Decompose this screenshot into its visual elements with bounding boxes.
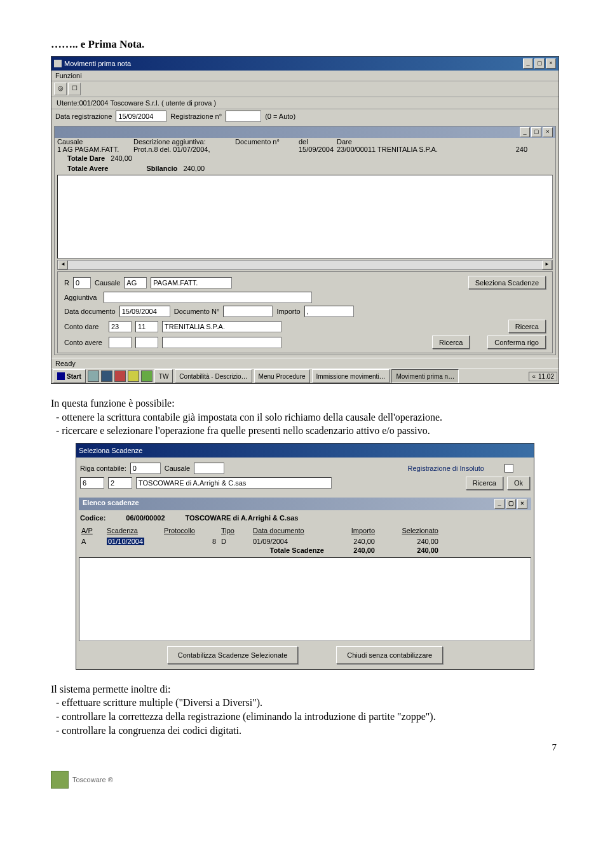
conto-avere-label: Conto avere bbox=[64, 339, 105, 346]
hdr-scadenza: Scadenza bbox=[104, 526, 161, 537]
totale-importo: 240,00 bbox=[327, 546, 377, 555]
tot-avere-label: Totale Avere bbox=[67, 165, 108, 172]
col-causale: Causale bbox=[57, 138, 133, 146]
inner-min-icon[interactable]: _ bbox=[520, 127, 530, 137]
sbilancio-val: 240,00 bbox=[183, 165, 205, 172]
docn-label: Documento N° bbox=[174, 308, 220, 315]
quicklaunch-icon-1[interactable] bbox=[88, 370, 99, 382]
scroll-left-icon[interactable]: ◄ bbox=[58, 261, 68, 269]
row-scadenza[interactable]: 01/10/2004 bbox=[104, 537, 161, 546]
tot-dare-val: 240,00 bbox=[111, 154, 132, 162]
menubar[interactable]: Funzioni bbox=[51, 71, 559, 81]
task-menu-procedure[interactable]: Menu Procedure bbox=[254, 369, 310, 383]
app-icon bbox=[54, 60, 62, 67]
conferma-rigo-button[interactable]: Conferma rigo bbox=[487, 336, 546, 349]
toolbar-icon-2[interactable]: ☐ bbox=[68, 83, 81, 95]
col-doc-n: Documento n° bbox=[235, 138, 299, 146]
importo-label: Importo bbox=[276, 308, 300, 315]
start-button[interactable]: Start bbox=[53, 369, 86, 383]
datadoc-input[interactable]: 15/09/2004 bbox=[119, 306, 170, 317]
taskbar: Start TW Contabilità - Descrizio… Menu P… bbox=[51, 369, 559, 383]
reg-insoluto-label: Registrazione di Insoluto bbox=[408, 465, 484, 472]
grid-sub-window: _ ▢ × Causale Descrizione aggiuntiva: Do… bbox=[54, 126, 556, 355]
conto-avere-b[interactable] bbox=[135, 337, 158, 348]
quicklaunch-icon-5[interactable] bbox=[141, 370, 152, 382]
elenco-min-icon[interactable]: _ bbox=[494, 499, 505, 509]
quicklaunch-icon-2[interactable] bbox=[101, 370, 112, 382]
contabilizza-button[interactable]: Contabilizza Scadenze Selezionate bbox=[167, 646, 298, 664]
row-docn bbox=[235, 146, 299, 153]
hdr-ap: A/P bbox=[79, 526, 104, 537]
tot-dare-label: Totale Dare bbox=[67, 154, 105, 162]
aggiuntiva-input[interactable] bbox=[104, 292, 312, 303]
user-line: Utente:001/2004 Toscoware S.r.l. ( utent… bbox=[51, 97, 559, 109]
conto-dare-a[interactable]: 23 bbox=[109, 321, 132, 332]
task-tw[interactable]: TW bbox=[154, 369, 173, 383]
hdr-datadoc: Data documento bbox=[250, 526, 327, 537]
inner-close-icon[interactable]: × bbox=[543, 127, 553, 137]
inner-max-icon[interactable]: ▢ bbox=[531, 127, 541, 137]
task-immissione[interactable]: Immissione movimenti… bbox=[312, 369, 390, 383]
codice-value: 06/00/00002 bbox=[126, 514, 165, 522]
totale-scadenze-label: Totale Scadenze bbox=[219, 546, 327, 555]
ricerca-avere-button[interactable]: Ricerca bbox=[432, 336, 470, 349]
section-heading: …….. e Prima Nota. bbox=[51, 38, 559, 51]
quicklaunch-icon-3[interactable] bbox=[114, 370, 126, 382]
ricerca2-button[interactable]: Ricerca bbox=[466, 477, 503, 490]
para2-lead: Il sistema permette inoltre di: bbox=[51, 682, 559, 696]
code2-input[interactable]: 2 bbox=[108, 477, 132, 489]
clock: 11.02 bbox=[538, 373, 554, 380]
maximize-icon[interactable]: ▢ bbox=[534, 58, 545, 69]
importo-input[interactable]: , bbox=[304, 306, 354, 317]
page-number: 7 bbox=[51, 742, 559, 753]
code1-input[interactable]: 6 bbox=[80, 477, 104, 489]
scroll-right-icon[interactable]: ► bbox=[542, 261, 552, 269]
col-imp bbox=[489, 138, 527, 146]
h-scrollbar[interactable]: ◄ ► bbox=[57, 260, 553, 270]
r-input[interactable]: 0 bbox=[73, 277, 91, 288]
conto-avere-name[interactable] bbox=[162, 337, 281, 348]
hdr-selezionato: Selezionato bbox=[377, 526, 441, 537]
elenco-close-icon[interactable]: × bbox=[517, 499, 527, 509]
causale-code-input[interactable]: AG bbox=[124, 277, 147, 288]
seleziona-scadenze-button[interactable]: Seleziona Scadenze bbox=[468, 276, 546, 289]
row-importo: 240,00 bbox=[327, 537, 377, 546]
ok-button[interactable]: Ok bbox=[507, 477, 530, 490]
close-icon[interactable]: × bbox=[546, 58, 556, 69]
conto-avere-a[interactable] bbox=[109, 337, 132, 348]
causale2-input[interactable] bbox=[194, 463, 224, 474]
quicklaunch-icon-4[interactable] bbox=[128, 370, 139, 382]
conto-dare-name[interactable]: TRENITALIA S.P.A. bbox=[162, 321, 281, 332]
docn-input[interactable] bbox=[223, 306, 273, 317]
causale-name-input[interactable]: PAGAM.FATT. bbox=[151, 277, 232, 288]
r-label: R bbox=[64, 279, 69, 287]
para1-bullet-1: - ottenere la scrittura contabile già im… bbox=[66, 410, 559, 424]
ricerca-dare-button[interactable]: Ricerca bbox=[508, 320, 546, 333]
toolbar-icon-1[interactable]: ◎ bbox=[54, 83, 67, 95]
riga-label: Riga contabile: bbox=[80, 465, 126, 472]
reg-n-input[interactable] bbox=[226, 111, 261, 122]
data-reg-label: Data registrazione bbox=[55, 112, 112, 120]
logo-icon bbox=[51, 771, 69, 789]
totale-selezionato: 240,00 bbox=[377, 546, 441, 555]
task-contabilita[interactable]: Contabilità - Descrizio… bbox=[175, 369, 252, 383]
minimize-icon[interactable]: _ bbox=[523, 58, 533, 69]
windows-icon bbox=[57, 372, 65, 380]
chiudi-button[interactable]: Chiudi senza contabilizzare bbox=[336, 646, 443, 664]
task-movimenti[interactable]: Movimenti prima n… bbox=[391, 369, 459, 383]
tray-volume-icon[interactable]: « bbox=[532, 373, 536, 380]
elenco-max-icon[interactable]: ▢ bbox=[506, 499, 516, 509]
data-reg-input[interactable]: 15/09/2004 bbox=[116, 111, 166, 122]
elenco-empty-area bbox=[79, 557, 531, 641]
para2-bullet-2: - controllare la correttezza della regis… bbox=[66, 710, 559, 724]
col-del: del bbox=[299, 138, 337, 146]
hdr-importo: Importo bbox=[327, 526, 377, 537]
datadoc-label: Data documento bbox=[64, 308, 116, 315]
code-name-input[interactable]: TOSCOWARE di A.Arrighi & C.sas bbox=[136, 477, 332, 489]
riga-input[interactable]: 0 bbox=[130, 463, 161, 474]
para2-bullet-3: - controllare la congruenza dei codici d… bbox=[66, 724, 559, 738]
conto-dare-b[interactable]: 11 bbox=[135, 321, 158, 332]
reg-insoluto-checkbox[interactable] bbox=[505, 464, 513, 473]
row-causale: 1 AG PAGAM.FATT. bbox=[57, 146, 133, 153]
elenco-title-label: Elenco scadenze bbox=[83, 499, 139, 509]
